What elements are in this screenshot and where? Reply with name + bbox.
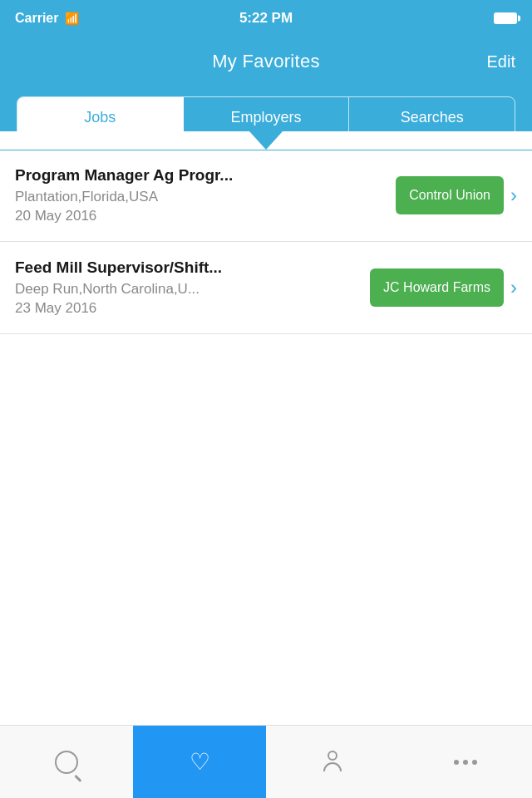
status-bar-left: Carrier 📶 xyxy=(15,11,79,26)
status-bar-time: 5:22 PM xyxy=(239,10,293,27)
job-date: 20 May 2016 xyxy=(15,208,384,224)
heart-icon: ♡ xyxy=(190,748,210,776)
job-location: Deep Run,North Carolina,U... xyxy=(15,281,358,298)
nav-more[interactable] xyxy=(399,726,532,798)
job-title: Feed Mill Supervisor/Shift... xyxy=(15,259,358,277)
header: My Favorites Edit xyxy=(0,37,532,86)
nav-favorites[interactable]: ♡ xyxy=(133,726,266,798)
chevron-right-icon-1[interactable]: › xyxy=(510,276,517,299)
content-spacer xyxy=(0,334,532,567)
wifi-icon: 📶 xyxy=(65,12,79,25)
tab-employers-label: Employers xyxy=(230,109,301,126)
job-item: Feed Mill Supervisor/Shift... Deep Run,N… xyxy=(0,242,532,334)
employer-button-0[interactable]: Control Union xyxy=(396,176,504,214)
job-title: Program Manager Ag Progr... xyxy=(15,166,384,185)
nav-profile[interactable] xyxy=(266,726,399,798)
tab-jobs-label: Jobs xyxy=(84,109,116,126)
job-info: Program Manager Ag Progr... Plantation,F… xyxy=(15,166,384,224)
job-location: Plantation,Florida,USA xyxy=(15,189,384,205)
status-bar-right xyxy=(494,12,517,24)
tab-searches-label: Searches xyxy=(401,109,464,126)
search-icon xyxy=(55,751,78,774)
nav-search[interactable] xyxy=(0,726,133,798)
bottom-nav: ♡ xyxy=(0,725,532,798)
job-action: Control Union › xyxy=(396,176,517,214)
dot-2 xyxy=(463,760,468,765)
battery-fill xyxy=(495,14,515,22)
job-info: Feed Mill Supervisor/Shift... Deep Run,N… xyxy=(15,259,358,317)
triangle-indicator xyxy=(0,131,532,150)
more-icon xyxy=(454,760,477,765)
dot-1 xyxy=(454,760,459,765)
dot-3 xyxy=(472,760,477,765)
battery-icon xyxy=(494,12,517,24)
job-item: Program Manager Ag Progr... Plantation,F… xyxy=(0,150,532,242)
status-bar: Carrier 📶 5:22 PM xyxy=(0,0,532,37)
person-icon xyxy=(321,751,344,774)
carrier-label: Carrier xyxy=(15,11,58,26)
chevron-right-icon-0[interactable]: › xyxy=(510,184,517,207)
employer-button-1[interactable]: JC Howard Farms xyxy=(370,268,504,307)
edit-button[interactable]: Edit xyxy=(487,52,515,71)
page-title: My Favorites xyxy=(212,51,320,72)
job-list: Program Manager Ag Progr... Plantation,F… xyxy=(0,150,532,334)
job-date: 23 May 2016 xyxy=(15,300,358,317)
person-body xyxy=(323,762,342,771)
job-action: JC Howard Farms › xyxy=(370,268,517,307)
person-head xyxy=(328,751,337,761)
